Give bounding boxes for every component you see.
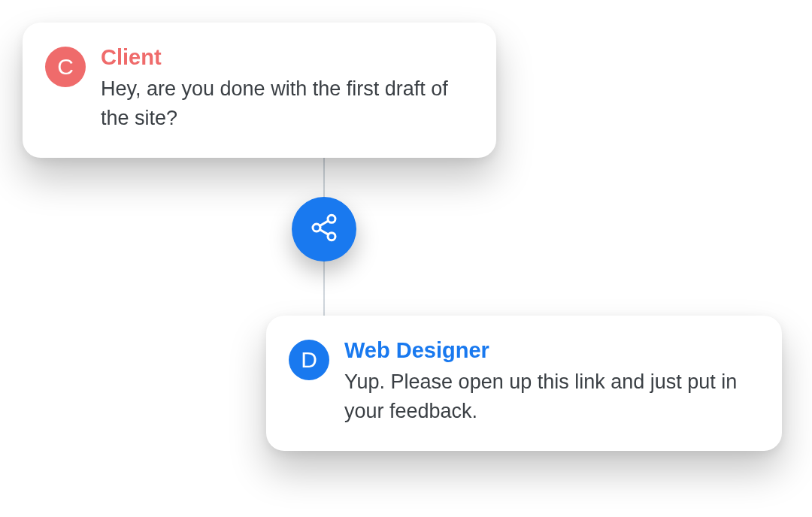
connector-line-bottom xyxy=(323,259,325,318)
designer-avatar-letter: D xyxy=(301,347,317,373)
client-avatar: C xyxy=(45,47,86,87)
client-title: Client xyxy=(101,45,469,70)
share-icon xyxy=(309,213,339,246)
client-message-card: C Client Hey, are you done with the firs… xyxy=(23,23,496,158)
svg-line-3 xyxy=(320,230,328,235)
designer-title: Web Designer xyxy=(344,338,755,363)
designer-avatar: D xyxy=(289,340,329,380)
share-badge xyxy=(292,197,356,262)
designer-message-card: D Web Designer Yup. Please open up this … xyxy=(266,316,782,451)
client-message-text: Hey, are you done with the first draft o… xyxy=(101,74,469,132)
client-message-body: Client Hey, are you done with the first … xyxy=(101,45,469,132)
designer-message-body: Web Designer Yup. Please open up this li… xyxy=(344,338,755,425)
designer-message-text: Yup. Please open up this link and just p… xyxy=(344,367,755,425)
conversation-diagram: C Client Hey, are you done with the firs… xyxy=(0,0,812,517)
svg-line-4 xyxy=(320,221,328,226)
client-avatar-letter: C xyxy=(57,54,74,80)
